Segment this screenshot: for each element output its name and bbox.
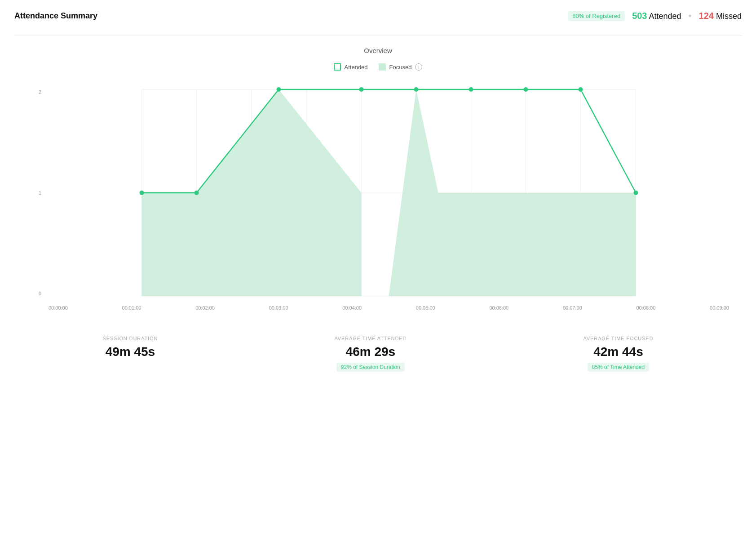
legend-attended: Attended: [334, 63, 368, 71]
x-label-8: 00:08:00: [637, 305, 656, 311]
data-point-7: [579, 87, 583, 92]
attended-legend-label: Attended: [345, 64, 368, 71]
session-duration-value: 49m 45s: [103, 345, 158, 359]
data-point-0: [140, 191, 144, 195]
data-point-4: [414, 87, 419, 92]
data-point-8: [634, 191, 638, 195]
avg-focused-badge: 85% of Time Attended: [588, 363, 649, 372]
avg-time-focused-block: AVERAGE TIME FOCUSED 42m 44s 85% of Time…: [583, 336, 653, 372]
attended-count: 503: [632, 11, 647, 21]
x-label-4: 00:04:00: [342, 305, 362, 311]
data-point-6: [524, 87, 528, 92]
overview-section: Overview Attended Focused i 2 1 0: [14, 36, 742, 372]
x-label-1: 00:01:00: [122, 305, 141, 311]
avg-time-attended-block: AVERAGE TIME ATTENDED 46m 29s 92% of Ses…: [334, 336, 407, 372]
attendance-header: Attendance Summary 80% of Registered 503…: [14, 11, 742, 21]
dot-separator: •: [689, 11, 692, 21]
missed-count: 124: [699, 11, 714, 21]
avg-attended-value: 46m 29s: [334, 345, 407, 359]
x-label-6: 00:06:00: [489, 305, 508, 311]
focused-legend-icon: [379, 63, 386, 71]
x-label-7: 00:07:00: [563, 305, 582, 311]
chart-legend: Attended Focused i: [14, 63, 742, 71]
avg-attended-label: AVERAGE TIME ATTENDED: [334, 336, 407, 341]
y-label-0: 0: [23, 291, 41, 296]
page-title: Attendance Summary: [14, 11, 97, 21]
data-point-1: [195, 191, 199, 195]
session-duration-label: SESSION DURATION: [103, 336, 158, 341]
avg-attended-badge: 92% of Session Duration: [336, 363, 405, 372]
data-point-2: [277, 87, 281, 92]
info-icon[interactable]: i: [415, 63, 422, 71]
data-point-5: [469, 87, 473, 92]
avg-focused-label: AVERAGE TIME FOCUSED: [583, 336, 653, 341]
x-axis: 00:00:00 00:01:00 00:02:00 00:03:00 00:0…: [49, 302, 729, 311]
registered-badge: 80% of Registered: [568, 11, 625, 21]
chart-svg: [49, 85, 729, 301]
legend-focused: Focused i: [379, 63, 423, 71]
missed-label: Missed: [716, 12, 742, 21]
x-label-2: 00:02:00: [195, 305, 215, 311]
overview-title: Overview: [14, 47, 742, 54]
x-label-0: 00:00:00: [49, 305, 68, 311]
attended-label: Attended: [649, 12, 681, 21]
attended-legend-icon: [334, 63, 341, 71]
y-label-2: 2: [23, 89, 41, 95]
focused-legend-label: Focused: [389, 64, 412, 71]
x-label-3: 00:03:00: [269, 305, 288, 311]
session-duration-block: SESSION DURATION 49m 45s: [103, 336, 158, 372]
missed-stat: 124 Missed: [699, 11, 742, 21]
y-label-1: 1: [23, 190, 41, 195]
stats-section: SESSION DURATION 49m 45s AVERAGE TIME AT…: [14, 329, 742, 372]
x-label-9: 00:09:00: [710, 305, 729, 311]
header-stats: 80% of Registered 503 Attended • 124 Mis…: [568, 11, 742, 21]
y-axis: 2 1 0: [23, 85, 45, 301]
x-label-5: 00:05:00: [416, 305, 435, 311]
data-point-3: [359, 87, 364, 92]
attended-stat: 503 Attended: [632, 11, 681, 21]
avg-focused-value: 42m 44s: [583, 345, 653, 359]
